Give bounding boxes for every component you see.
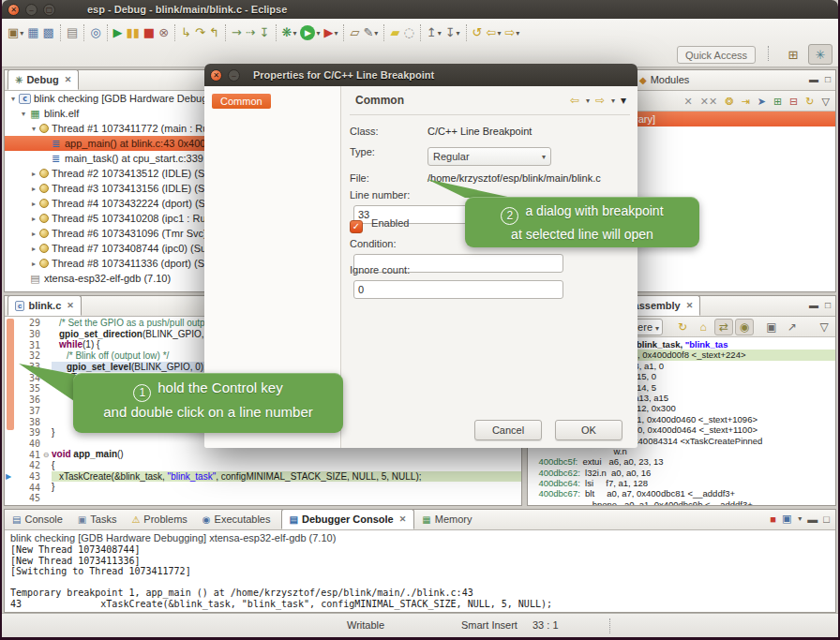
expander-icon[interactable]: ▾ (29, 125, 38, 133)
expander-icon[interactable]: ▾ (19, 110, 28, 118)
expander-icon[interactable]: ▸ (29, 230, 38, 238)
remove-all-modules-icon[interactable]: ✕✕ (700, 96, 717, 108)
back-icon[interactable]: ⇦ (570, 94, 579, 107)
quick-access-button[interactable]: Quick Access (677, 46, 756, 64)
expander-icon[interactable]: ▸ (29, 260, 38, 268)
open-new-view-icon[interactable]: ▣ (762, 319, 781, 335)
window-titlebar[interactable]: ✕ – ▢ esp - Debug - blink/main/blink.c -… (2, 0, 838, 19)
window-close-button[interactable]: ✕ (8, 4, 20, 16)
dialog-minimize-button[interactable]: – (228, 69, 240, 82)
expander-icon[interactable]: ▸ (29, 215, 38, 223)
line-number[interactable]: 31 (16, 340, 40, 350)
view-menu-icon[interactable]: ▽ (815, 319, 833, 335)
line-number[interactable]: 39 (16, 427, 40, 438)
expander-icon[interactable]: ▸ (29, 245, 38, 253)
refresh-view-icon[interactable]: ↻ (673, 319, 692, 335)
line-number[interactable]: 38 (16, 417, 40, 427)
tab-memory[interactable]: ▦Memory (414, 509, 479, 529)
step-into-icon[interactable]: ↳ (179, 22, 193, 43)
code-line[interactable]: 42{ (5, 460, 521, 471)
link-editor-icon[interactable]: ↗ (783, 319, 802, 335)
suspend-icon[interactable]: ▮▮ (125, 22, 142, 43)
new-wizard-icon[interactable]: ▣▾ (6, 22, 25, 43)
save-icon[interactable]: ▦ (25, 22, 40, 43)
chevron-down-icon[interactable]: ▾ (438, 29, 442, 37)
display-selected-console-icon[interactable]: ▣ (782, 513, 791, 525)
load-symbols-icon[interactable]: ❂ (725, 96, 733, 108)
chevron-down-icon[interactable]: ▾ (374, 29, 378, 37)
occurrences-icon[interactable]: ◌ (401, 22, 415, 43)
ok-button[interactable]: OK (555, 420, 622, 440)
save-all-icon[interactable]: ▩ (41, 22, 56, 43)
collapse-all-icon[interactable]: ⊟ (789, 96, 798, 108)
expander-icon[interactable]: ▸ (29, 185, 38, 193)
close-tab-icon[interactable]: ✕ (399, 514, 407, 524)
refresh-modules-icon[interactable]: ↻ (805, 96, 814, 108)
enabled-checkbox[interactable]: ✓ (350, 220, 363, 233)
expand-all-icon[interactable]: ⊞ (773, 96, 782, 108)
window-maximize-button[interactable]: ▢ (43, 4, 55, 16)
show-instruction-pointer-icon[interactable]: → (230, 22, 244, 43)
close-tab-icon[interactable]: ✕ (65, 75, 72, 84)
chevron-down-icon[interactable]: ▾ (316, 29, 320, 37)
close-tab-icon[interactable]: ✕ (686, 301, 694, 310)
follow-execution-icon[interactable]: ◉ (735, 319, 754, 335)
view-menu-icon[interactable]: ▾ (621, 94, 626, 107)
code-text[interactable]: void app_main() (52, 449, 521, 460)
line-number[interactable]: 44 (16, 483, 40, 493)
line-number[interactable]: 43 (16, 471, 40, 482)
line-number[interactable]: 40 (16, 439, 40, 449)
minimize-panel-icon[interactable]: ▬ (807, 513, 818, 525)
type-select[interactable]: Regular ▾ (428, 147, 551, 166)
ignore-count-input[interactable] (353, 280, 563, 299)
step-return-icon[interactable]: ↰ (207, 22, 221, 43)
back-icon[interactable]: ⇦▾ (484, 22, 502, 43)
tab-executables[interactable]: ◉Executables (195, 509, 278, 529)
chevron-down-icon[interactable]: ▾ (516, 29, 519, 37)
open-perspective-icon[interactable]: ⊞ (781, 44, 805, 65)
code-text[interactable]: } (52, 482, 521, 493)
skip-breakpoints-icon[interactable]: ◎ (88, 22, 102, 43)
nav-item-common[interactable]: Common (212, 94, 271, 109)
chevron-down-icon[interactable]: ▾ (334, 29, 338, 37)
run-icon[interactable]: ▶▾ (298, 22, 322, 43)
forward-icon[interactable]: ⇨ (595, 94, 605, 107)
back-menu-icon[interactable]: ▾ (586, 97, 590, 105)
step-over-icon[interactable]: ↷ (193, 22, 207, 43)
chevron-down-icon[interactable]: ▾ (655, 324, 659, 333)
console-body[interactable]: blink checking [GDB Hardware Debugging] … (5, 530, 835, 612)
expander-icon[interactable]: ▸ (29, 170, 38, 178)
tab-modules[interactable]: ◆ Modules (633, 69, 696, 90)
forward-icon[interactable]: ⇨▾ (502, 22, 521, 43)
tab-problems[interactable]: ⚠Problems (124, 509, 194, 529)
database-icon[interactable]: ▤ (65, 22, 80, 43)
line-number[interactable]: 45 (16, 493, 40, 503)
window-minimize-button[interactable]: – (25, 4, 38, 16)
previous-annotation-icon[interactable]: ↥▾ (425, 22, 443, 43)
line-number[interactable]: 41 (16, 450, 40, 460)
last-edit-location-icon[interactable]: ↺ (471, 22, 485, 43)
code-text[interactable]: { (52, 460, 521, 471)
home-icon[interactable]: ⌂ (694, 319, 712, 335)
drop-to-frame-icon[interactable]: ↧ (258, 22, 272, 43)
forward-menu-icon[interactable]: ▾ (611, 97, 615, 105)
code-line[interactable]: 41⊖void app_main() (5, 449, 521, 460)
tab-debug[interactable]: ✳ Debug ✕ (8, 69, 79, 90)
disassembly-row[interactable]: 400dbc67: blt a0, a7, 0x400dbc81 <__addd… (528, 488, 835, 499)
instruction-stepping-icon[interactable]: ⇢ (244, 22, 258, 43)
debug-icon[interactable]: ❋▾ (280, 22, 299, 43)
terminate-console-icon[interactable]: ■ (770, 513, 776, 525)
resume-icon[interactable]: ▶ (112, 22, 125, 43)
close-tab-icon[interactable]: ✕ (67, 301, 74, 310)
code-text[interactable] (52, 493, 521, 504)
next-annotation-icon[interactable]: ↧▾ (443, 22, 462, 43)
view-menu-icon[interactable]: ▽ (822, 96, 830, 108)
maximize-panel-icon[interactable]: □ (825, 300, 831, 310)
show-source-icon[interactable]: ⇥ (741, 96, 749, 108)
code-line[interactable]: 45 (5, 493, 521, 504)
chevron-down-icon[interactable]: ▾ (798, 514, 802, 523)
cancel-button[interactable]: Cancel (474, 420, 542, 440)
select-pointer-icon[interactable]: ➤ (758, 96, 766, 108)
sync-selection-icon[interactable]: ⇄ (714, 319, 733, 335)
chevron-down-icon[interactable]: ▾ (292, 29, 296, 37)
